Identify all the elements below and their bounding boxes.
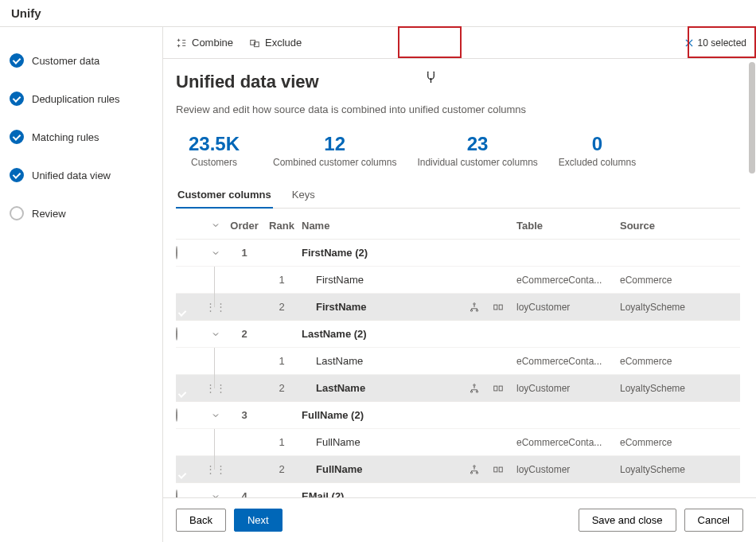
stat-customers: 23.5K Customers [176,133,252,168]
check-icon [10,53,24,68]
stat-combined-columns: 12 Combined customer columns [273,133,396,168]
radio-unchecked[interactable] [176,246,177,259]
footer: Back Next Save and close Cancel [163,497,756,542]
header-table[interactable]: Table [516,220,620,232]
source-cell: eCommerce [620,356,707,367]
svg-point-3 [470,310,472,311]
merge-icon[interactable] [493,302,504,313]
table-row[interactable]: 1 LastName eCommerceConta... eCommerce [176,347,740,374]
selected-count: 10 selected [698,37,746,49]
page-subtitle: Review and edit how source data is combi… [176,103,740,115]
step-label: Customer data [32,55,99,67]
step-customer-data[interactable]: Customer data [10,41,162,80]
drag-handle-icon[interactable]: ⋮⋮ [205,463,227,475]
table-row[interactable]: 1 FirstName (2) [176,239,740,266]
name-cell: FullName [302,436,469,448]
svg-rect-10 [494,386,497,391]
save-close-button[interactable]: Save and close [579,509,676,532]
next-button[interactable]: Next [234,509,283,532]
svg-point-2 [473,303,475,305]
stat-value: 23.5K [176,133,252,155]
step-review[interactable]: Review [10,194,162,232]
combine-icon [176,37,187,49]
svg-rect-15 [494,467,497,472]
step-deduplication-rules[interactable]: Deduplication rules [10,80,162,118]
combine-button[interactable]: Combine [168,32,241,53]
table-cell: loyCustomer [516,302,620,313]
exclude-button[interactable]: Exclude [241,32,310,53]
svg-point-9 [476,391,477,392]
radio-unchecked[interactable] [176,408,177,422]
tabs: Customer columns Keys [176,182,740,209]
svg-point-12 [473,466,475,467]
rank-cell: 2 [262,463,302,475]
table-row[interactable]: 3 FullName (2) [176,401,740,428]
scrollbar-thumb[interactable] [749,62,755,174]
svg-point-14 [476,472,477,474]
table-cell: loyCustomer [516,464,620,475]
table-row[interactable]: ⋮⋮ 2 LastName loyCustomer LoyaltyScheme [176,374,740,401]
radio-unchecked[interactable] [176,489,177,497]
hierarchy-icon[interactable] [469,383,480,394]
check-icon [10,130,24,144]
table-cell: eCommerceConta... [516,437,620,448]
drag-handle-icon[interactable]: ⋮⋮ [205,301,227,313]
grid-header: Order Rank Name Table Source [176,212,740,239]
hierarchy-icon[interactable] [469,302,480,313]
step-label: Review [32,208,66,220]
content-area: Unified data view Review and edit how so… [163,59,756,497]
svg-rect-5 [494,305,497,310]
rank-cell: 1 [262,436,302,448]
source-cell: LoyaltyScheme [620,383,707,394]
chevron-down-icon[interactable] [205,411,227,420]
back-button[interactable]: Back [176,509,226,532]
radio-unchecked[interactable] [176,327,177,341]
scrollbar[interactable] [748,59,756,497]
tab-customer-columns[interactable]: Customer columns [176,182,273,209]
stat-label: Combined customer columns [273,157,396,168]
name-cell: FirstName (2) [302,247,469,259]
source-cell: LoyaltyScheme [620,464,707,475]
order-cell: 3 [227,409,262,421]
table-row[interactable]: 1 FirstName eCommerceConta... eCommerce [176,266,740,293]
order-cell: 1 [227,247,262,259]
table-row[interactable]: ⋮⋮ 2 FirstName loyCustomer LoyaltyScheme [176,293,740,320]
merge-icon[interactable] [493,464,504,475]
stat-value: 12 [273,133,396,155]
stat-excluded-columns: 0 Excluded columns [559,133,636,168]
table-row[interactable]: ⋮⋮ 2 FullName loyCustomer LoyaltyScheme [176,455,740,482]
table-cell: loyCustomer [516,383,620,394]
header-source[interactable]: Source [620,220,707,232]
table-row[interactable]: 1 FullName eCommerceConta... eCommerce [176,428,740,455]
hierarchy-icon[interactable] [469,464,480,475]
drag-handle-icon[interactable]: ⋮⋮ [205,382,227,394]
merge-icon[interactable] [493,383,504,394]
rank-cell: 1 [262,355,302,367]
rank-cell: 1 [262,274,302,286]
clear-selection-button[interactable]: 10 selected [684,37,751,49]
header-order[interactable]: Order [227,220,262,232]
close-icon [684,37,695,49]
rank-cell: 2 [262,301,302,313]
table-row[interactable]: 2 LastName (2) [176,320,740,347]
svg-point-4 [476,310,477,311]
columns-grid: Order Rank Name Table Source 1 FirstName… [176,212,740,497]
rank-cell: 2 [262,382,302,394]
chevron-down-icon[interactable] [205,329,227,339]
stat-value: 23 [417,133,537,155]
chevron-down-icon[interactable] [205,492,227,497]
chevron-down-icon[interactable] [205,248,227,258]
app-title: Unify [0,0,756,27]
header-name[interactable]: Name [302,220,469,232]
check-icon [10,92,24,106]
table-row[interactable]: 4 EMail (2) [176,482,740,497]
stepper-sidebar: Customer data Deduplication rules Matchi… [0,27,163,542]
page-title: Unified data view [176,72,740,92]
exclude-icon [249,37,260,49]
step-matching-rules[interactable]: Matching rules [10,118,162,156]
header-rank[interactable]: Rank [262,220,302,232]
step-unified-data-view[interactable]: Unified data view [10,156,162,194]
tab-keys[interactable]: Keys [290,182,317,208]
cancel-button[interactable]: Cancel [684,509,743,532]
chevron-down-icon[interactable] [205,220,227,230]
